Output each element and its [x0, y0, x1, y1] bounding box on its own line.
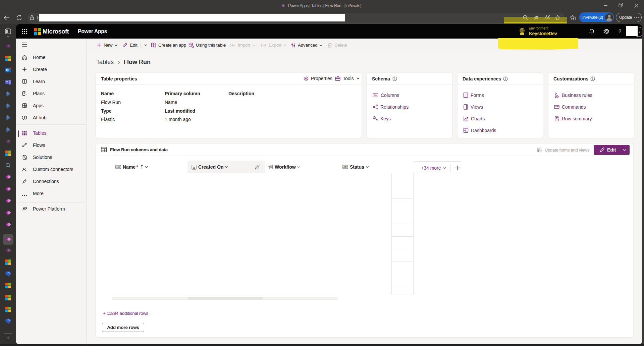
svg-text:Abc: Abc [116, 166, 120, 168]
svg-text:T: T [6, 81, 8, 84]
svg-text:Abc: Abc [343, 166, 348, 168]
svg-text:21: 21 [193, 167, 196, 169]
svg-text:Abc: Abc [374, 94, 378, 97]
